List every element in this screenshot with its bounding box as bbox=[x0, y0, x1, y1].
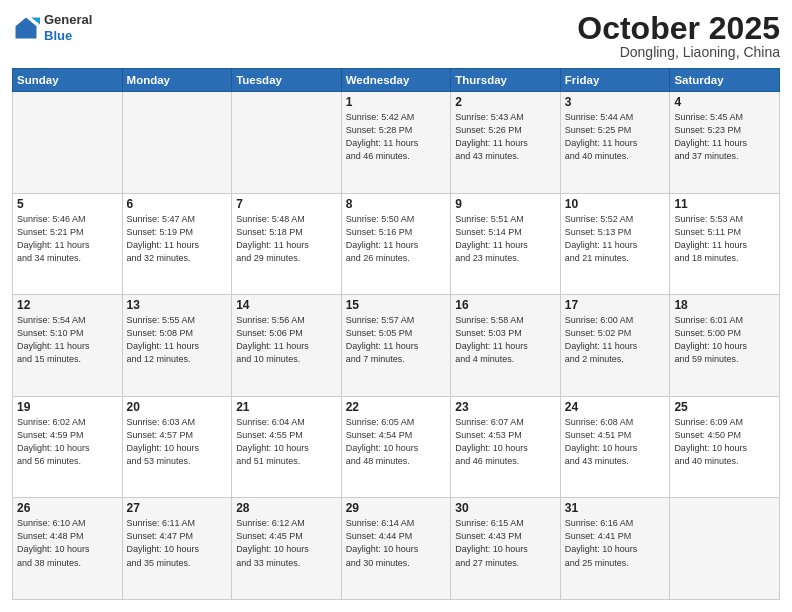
day-number: 5 bbox=[17, 197, 118, 211]
calendar-cell bbox=[232, 92, 342, 194]
calendar-cell: 26Sunrise: 6:10 AMSunset: 4:48 PMDayligh… bbox=[13, 498, 123, 600]
day-number: 20 bbox=[127, 400, 228, 414]
day-info: Sunrise: 6:07 AMSunset: 4:53 PMDaylight:… bbox=[455, 416, 556, 468]
day-number: 2 bbox=[455, 95, 556, 109]
day-header-wednesday: Wednesday bbox=[341, 69, 451, 92]
day-number: 12 bbox=[17, 298, 118, 312]
day-header-tuesday: Tuesday bbox=[232, 69, 342, 92]
day-number: 21 bbox=[236, 400, 337, 414]
logo-icon bbox=[12, 14, 40, 42]
day-number: 18 bbox=[674, 298, 775, 312]
day-number: 16 bbox=[455, 298, 556, 312]
calendar-week-row: 26Sunrise: 6:10 AMSunset: 4:48 PMDayligh… bbox=[13, 498, 780, 600]
day-info: Sunrise: 5:51 AMSunset: 5:14 PMDaylight:… bbox=[455, 213, 556, 265]
calendar-cell: 1Sunrise: 5:42 AMSunset: 5:28 PMDaylight… bbox=[341, 92, 451, 194]
day-number: 4 bbox=[674, 95, 775, 109]
day-header-thursday: Thursday bbox=[451, 69, 561, 92]
logo-blue-text: Blue bbox=[44, 28, 92, 44]
calendar-cell: 24Sunrise: 6:08 AMSunset: 4:51 PMDayligh… bbox=[560, 396, 670, 498]
day-header-saturday: Saturday bbox=[670, 69, 780, 92]
calendar: SundayMondayTuesdayWednesdayThursdayFrid… bbox=[12, 68, 780, 600]
day-number: 14 bbox=[236, 298, 337, 312]
day-number: 25 bbox=[674, 400, 775, 414]
title-block: October 2025 Dongling, Liaoning, China bbox=[577, 12, 780, 60]
calendar-cell: 31Sunrise: 6:16 AMSunset: 4:41 PMDayligh… bbox=[560, 498, 670, 600]
calendar-cell: 16Sunrise: 5:58 AMSunset: 5:03 PMDayligh… bbox=[451, 295, 561, 397]
calendar-cell: 27Sunrise: 6:11 AMSunset: 4:47 PMDayligh… bbox=[122, 498, 232, 600]
day-info: Sunrise: 6:16 AMSunset: 4:41 PMDaylight:… bbox=[565, 517, 666, 569]
day-info: Sunrise: 6:12 AMSunset: 4:45 PMDaylight:… bbox=[236, 517, 337, 569]
calendar-cell: 28Sunrise: 6:12 AMSunset: 4:45 PMDayligh… bbox=[232, 498, 342, 600]
day-info: Sunrise: 6:11 AMSunset: 4:47 PMDaylight:… bbox=[127, 517, 228, 569]
calendar-week-row: 19Sunrise: 6:02 AMSunset: 4:59 PMDayligh… bbox=[13, 396, 780, 498]
day-info: Sunrise: 5:43 AMSunset: 5:26 PMDaylight:… bbox=[455, 111, 556, 163]
day-header-sunday: Sunday bbox=[13, 69, 123, 92]
day-number: 17 bbox=[565, 298, 666, 312]
day-number: 1 bbox=[346, 95, 447, 109]
day-info: Sunrise: 5:53 AMSunset: 5:11 PMDaylight:… bbox=[674, 213, 775, 265]
header: General Blue October 2025 Dongling, Liao… bbox=[12, 12, 780, 60]
day-info: Sunrise: 6:00 AMSunset: 5:02 PMDaylight:… bbox=[565, 314, 666, 366]
day-info: Sunrise: 6:08 AMSunset: 4:51 PMDaylight:… bbox=[565, 416, 666, 468]
day-info: Sunrise: 5:54 AMSunset: 5:10 PMDaylight:… bbox=[17, 314, 118, 366]
day-info: Sunrise: 6:05 AMSunset: 4:54 PMDaylight:… bbox=[346, 416, 447, 468]
day-info: Sunrise: 5:52 AMSunset: 5:13 PMDaylight:… bbox=[565, 213, 666, 265]
day-number: 26 bbox=[17, 501, 118, 515]
day-info: Sunrise: 5:46 AMSunset: 5:21 PMDaylight:… bbox=[17, 213, 118, 265]
calendar-cell: 30Sunrise: 6:15 AMSunset: 4:43 PMDayligh… bbox=[451, 498, 561, 600]
day-number: 27 bbox=[127, 501, 228, 515]
calendar-cell: 15Sunrise: 5:57 AMSunset: 5:05 PMDayligh… bbox=[341, 295, 451, 397]
calendar-cell: 29Sunrise: 6:14 AMSunset: 4:44 PMDayligh… bbox=[341, 498, 451, 600]
calendar-header-row: SundayMondayTuesdayWednesdayThursdayFrid… bbox=[13, 69, 780, 92]
calendar-cell: 25Sunrise: 6:09 AMSunset: 4:50 PMDayligh… bbox=[670, 396, 780, 498]
calendar-cell: 3Sunrise: 5:44 AMSunset: 5:25 PMDaylight… bbox=[560, 92, 670, 194]
day-info: Sunrise: 6:02 AMSunset: 4:59 PMDaylight:… bbox=[17, 416, 118, 468]
calendar-cell: 21Sunrise: 6:04 AMSunset: 4:55 PMDayligh… bbox=[232, 396, 342, 498]
day-info: Sunrise: 5:45 AMSunset: 5:23 PMDaylight:… bbox=[674, 111, 775, 163]
calendar-cell: 20Sunrise: 6:03 AMSunset: 4:57 PMDayligh… bbox=[122, 396, 232, 498]
logo-text: General Blue bbox=[44, 12, 92, 43]
calendar-cell: 12Sunrise: 5:54 AMSunset: 5:10 PMDayligh… bbox=[13, 295, 123, 397]
day-info: Sunrise: 6:04 AMSunset: 4:55 PMDaylight:… bbox=[236, 416, 337, 468]
day-info: Sunrise: 6:03 AMSunset: 4:57 PMDaylight:… bbox=[127, 416, 228, 468]
day-number: 11 bbox=[674, 197, 775, 211]
day-number: 10 bbox=[565, 197, 666, 211]
calendar-cell: 22Sunrise: 6:05 AMSunset: 4:54 PMDayligh… bbox=[341, 396, 451, 498]
logo-general-text: General bbox=[44, 12, 92, 28]
day-number: 3 bbox=[565, 95, 666, 109]
day-info: Sunrise: 5:44 AMSunset: 5:25 PMDaylight:… bbox=[565, 111, 666, 163]
day-info: Sunrise: 6:14 AMSunset: 4:44 PMDaylight:… bbox=[346, 517, 447, 569]
calendar-week-row: 5Sunrise: 5:46 AMSunset: 5:21 PMDaylight… bbox=[13, 193, 780, 295]
day-number: 8 bbox=[346, 197, 447, 211]
day-number: 28 bbox=[236, 501, 337, 515]
location: Dongling, Liaoning, China bbox=[577, 44, 780, 60]
calendar-week-row: 1Sunrise: 5:42 AMSunset: 5:28 PMDaylight… bbox=[13, 92, 780, 194]
day-info: Sunrise: 5:57 AMSunset: 5:05 PMDaylight:… bbox=[346, 314, 447, 366]
calendar-cell: 6Sunrise: 5:47 AMSunset: 5:19 PMDaylight… bbox=[122, 193, 232, 295]
day-number: 23 bbox=[455, 400, 556, 414]
calendar-cell: 18Sunrise: 6:01 AMSunset: 5:00 PMDayligh… bbox=[670, 295, 780, 397]
calendar-week-row: 12Sunrise: 5:54 AMSunset: 5:10 PMDayligh… bbox=[13, 295, 780, 397]
day-info: Sunrise: 6:09 AMSunset: 4:50 PMDaylight:… bbox=[674, 416, 775, 468]
day-info: Sunrise: 5:47 AMSunset: 5:19 PMDaylight:… bbox=[127, 213, 228, 265]
calendar-cell bbox=[122, 92, 232, 194]
day-number: 13 bbox=[127, 298, 228, 312]
day-info: Sunrise: 5:55 AMSunset: 5:08 PMDaylight:… bbox=[127, 314, 228, 366]
day-number: 7 bbox=[236, 197, 337, 211]
day-number: 6 bbox=[127, 197, 228, 211]
svg-marker-0 bbox=[16, 17, 37, 38]
day-number: 24 bbox=[565, 400, 666, 414]
calendar-cell: 7Sunrise: 5:48 AMSunset: 5:18 PMDaylight… bbox=[232, 193, 342, 295]
day-info: Sunrise: 6:10 AMSunset: 4:48 PMDaylight:… bbox=[17, 517, 118, 569]
month-title: October 2025 bbox=[577, 12, 780, 44]
day-number: 29 bbox=[346, 501, 447, 515]
calendar-cell: 9Sunrise: 5:51 AMSunset: 5:14 PMDaylight… bbox=[451, 193, 561, 295]
calendar-cell: 5Sunrise: 5:46 AMSunset: 5:21 PMDaylight… bbox=[13, 193, 123, 295]
calendar-cell: 11Sunrise: 5:53 AMSunset: 5:11 PMDayligh… bbox=[670, 193, 780, 295]
day-info: Sunrise: 6:01 AMSunset: 5:00 PMDaylight:… bbox=[674, 314, 775, 366]
day-info: Sunrise: 6:15 AMSunset: 4:43 PMDaylight:… bbox=[455, 517, 556, 569]
calendar-cell: 10Sunrise: 5:52 AMSunset: 5:13 PMDayligh… bbox=[560, 193, 670, 295]
day-info: Sunrise: 5:42 AMSunset: 5:28 PMDaylight:… bbox=[346, 111, 447, 163]
calendar-cell: 2Sunrise: 5:43 AMSunset: 5:26 PMDaylight… bbox=[451, 92, 561, 194]
day-info: Sunrise: 5:50 AMSunset: 5:16 PMDaylight:… bbox=[346, 213, 447, 265]
